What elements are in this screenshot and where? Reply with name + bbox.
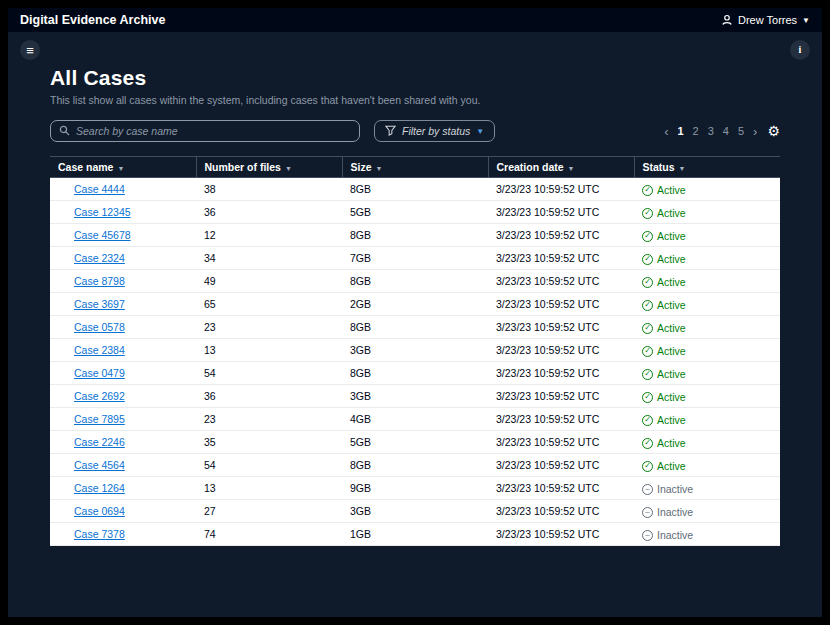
size-cell: 7GB — [342, 247, 488, 270]
date-cell: 3/23/23 10:59:52 UTC — [488, 247, 634, 270]
date-cell: 3/23/23 10:59:52 UTC — [488, 270, 634, 293]
column-header-status[interactable]: Status▼ — [634, 157, 780, 178]
date-cell: 3/23/23 10:59:52 UTC — [488, 293, 634, 316]
case-link[interactable]: Case 0694 — [74, 505, 125, 517]
table-row: Case 0694 27 3GB 3/23/23 10:59:52 UTC – … — [50, 500, 780, 523]
page-4-button[interactable]: 4 — [723, 125, 729, 137]
table-row: Case 12345 36 5GB 3/23/23 10:59:52 UTC ✓… — [50, 201, 780, 224]
status-badge: ✓ Active — [642, 230, 686, 242]
status-label: Active — [657, 437, 686, 449]
column-header-number-of-files[interactable]: Number of files▼ — [196, 157, 342, 178]
chevron-down-icon: ▼ — [476, 127, 484, 136]
status-label: Active — [657, 276, 686, 288]
column-header-size[interactable]: Size▼ — [342, 157, 488, 178]
info-button[interactable]: i — [790, 40, 810, 60]
status-badge: ✓ Active — [642, 414, 686, 426]
files-cell: 12 — [196, 224, 342, 247]
table-row: Case 1264 13 9GB 3/23/23 10:59:52 UTC – … — [50, 477, 780, 500]
size-cell: 8GB — [342, 224, 488, 247]
status-icon: ✓ — [642, 323, 653, 334]
case-link[interactable]: Case 4564 — [74, 459, 125, 471]
filter-by-status-button[interactable]: Filter by status ▼ — [374, 120, 495, 142]
status-badge: – Inactive — [642, 529, 693, 541]
page-title: All Cases — [50, 66, 780, 90]
status-badge: ✓ Active — [642, 368, 686, 380]
status-badge: ✓ Active — [642, 437, 686, 449]
case-link[interactable]: Case 7378 — [74, 528, 125, 540]
status-icon: ✓ — [642, 254, 653, 265]
table-row: Case 2384 13 3GB 3/23/23 10:59:52 UTC ✓ … — [50, 339, 780, 362]
size-cell: 3GB — [342, 385, 488, 408]
page-2-button[interactable]: 2 — [693, 125, 699, 137]
prev-page-button[interactable]: ‹ — [664, 125, 668, 138]
user-name: Drew Torres — [738, 14, 797, 26]
status-label: Active — [657, 230, 686, 242]
gear-icon: ⚙ — [767, 123, 780, 139]
table-row: Case 45678 12 8GB 3/23/23 10:59:52 UTC ✓… — [50, 224, 780, 247]
status-label: Active — [657, 414, 686, 426]
column-header-case-name[interactable]: Case name▼ — [50, 157, 196, 178]
case-link[interactable]: Case 1264 — [74, 482, 125, 494]
case-link[interactable]: Case 2246 — [74, 436, 125, 448]
page-subtitle: This list show all cases within the syst… — [50, 94, 780, 106]
settings-button[interactable]: ⚙ — [767, 124, 780, 138]
user-menu[interactable]: Drew Torres ▼ — [721, 14, 810, 26]
date-cell: 3/23/23 10:59:52 UTC — [488, 477, 634, 500]
date-cell: 3/23/23 10:59:52 UTC — [488, 178, 634, 201]
column-header-creation-date[interactable]: Creation date▼ — [488, 157, 634, 178]
page-3-button[interactable]: 3 — [708, 125, 714, 137]
files-cell: 65 — [196, 293, 342, 316]
page-5-button[interactable]: 5 — [738, 125, 744, 137]
files-cell: 34 — [196, 247, 342, 270]
table-row: Case 2246 35 5GB 3/23/23 10:59:52 UTC ✓ … — [50, 431, 780, 454]
case-link[interactable]: Case 2384 — [74, 344, 125, 356]
case-link[interactable]: Case 3697 — [74, 298, 125, 310]
status-icon: ✓ — [642, 461, 653, 472]
table-row: Case 8798 49 8GB 3/23/23 10:59:52 UTC ✓ … — [50, 270, 780, 293]
table-row: Case 3697 65 2GB 3/23/23 10:59:52 UTC ✓ … — [50, 293, 780, 316]
files-cell: 49 — [196, 270, 342, 293]
chevron-down-icon: ▼ — [802, 16, 810, 25]
status-badge: ✓ Active — [642, 207, 686, 219]
case-link[interactable]: Case 4444 — [74, 183, 125, 195]
case-link[interactable]: Case 0578 — [74, 321, 125, 333]
status-icon: ✓ — [642, 208, 653, 219]
sort-icon: ▼ — [285, 165, 292, 172]
search-box[interactable] — [50, 120, 360, 142]
status-icon: ✓ — [642, 231, 653, 242]
date-cell: 3/23/23 10:59:52 UTC — [488, 201, 634, 224]
files-cell: 13 — [196, 339, 342, 362]
info-icon: i — [799, 45, 802, 55]
app-title: Digital Evidence Archive — [20, 13, 165, 27]
status-badge: – Inactive — [642, 483, 693, 495]
next-page-button[interactable]: › — [753, 125, 757, 138]
size-cell: 8GB — [342, 178, 488, 201]
status-badge: – Inactive — [642, 506, 693, 518]
status-icon: ✓ — [642, 392, 653, 403]
menu-button[interactable]: ≡ — [20, 40, 40, 60]
window-frame: Digital Evidence Archive Drew Torres ▼ ≡… — [0, 0, 830, 625]
cases-table-wrap: Case name▼ Number of files▼ Size▼ Creati… — [50, 156, 780, 546]
status-badge: ✓ Active — [642, 276, 686, 288]
case-link[interactable]: Case 2692 — [74, 390, 125, 402]
user-icon — [721, 14, 733, 26]
date-cell: 3/23/23 10:59:52 UTC — [488, 523, 634, 546]
status-label: Active — [657, 391, 686, 403]
case-link[interactable]: Case 8798 — [74, 275, 125, 287]
hamburger-icon: ≡ — [26, 44, 34, 57]
status-label: Active — [657, 184, 686, 196]
sort-icon: ▼ — [679, 165, 686, 172]
case-link[interactable]: Case 2324 — [74, 252, 125, 264]
sort-icon: ▼ — [568, 165, 575, 172]
status-icon: ✓ — [642, 185, 653, 196]
case-link[interactable]: Case 45678 — [74, 229, 131, 241]
search-input[interactable] — [76, 125, 351, 137]
size-cell: 5GB — [342, 201, 488, 224]
date-cell: 3/23/23 10:59:52 UTC — [488, 316, 634, 339]
table-row: Case 2324 34 7GB 3/23/23 10:59:52 UTC ✓ … — [50, 247, 780, 270]
case-link[interactable]: Case 12345 — [74, 206, 131, 218]
pagination: ‹ 1 2 3 4 5 › — [664, 125, 757, 138]
page-1-button[interactable]: 1 — [677, 125, 683, 137]
case-link[interactable]: Case 0479 — [74, 367, 125, 379]
case-link[interactable]: Case 7895 — [74, 413, 125, 425]
